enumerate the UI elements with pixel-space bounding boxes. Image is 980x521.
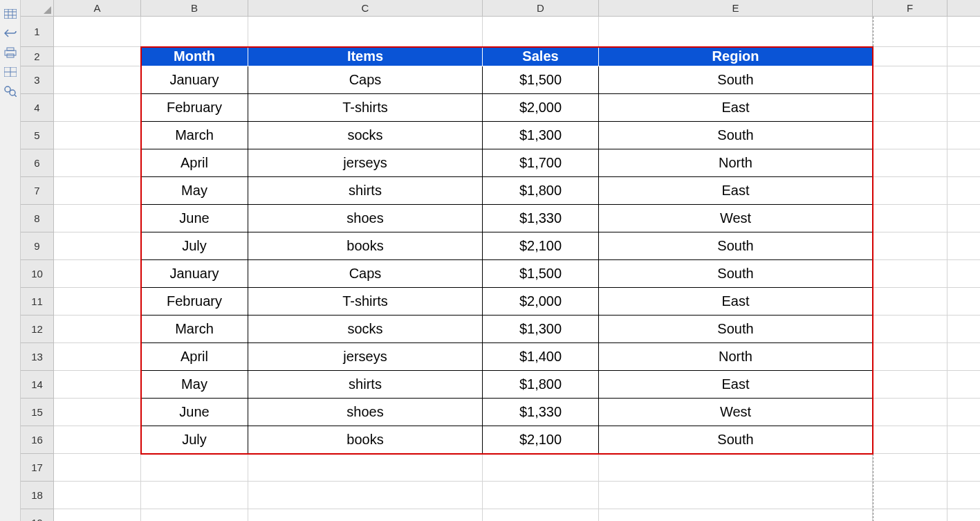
cell-E5[interactable]: South bbox=[599, 122, 873, 149]
cell-D12[interactable]: $1,300 bbox=[483, 316, 599, 343]
col-header-F[interactable]: F bbox=[873, 0, 947, 17]
cell-E4[interactable]: East bbox=[599, 94, 873, 122]
cell-G13[interactable] bbox=[947, 343, 980, 371]
row-header-6[interactable]: 6 bbox=[21, 149, 54, 177]
cell-B4[interactable]: February bbox=[141, 94, 248, 122]
row-header-16[interactable]: 16 bbox=[21, 426, 54, 454]
cell-B17[interactable] bbox=[141, 454, 248, 482]
cell-E7[interactable]: East bbox=[599, 177, 873, 205]
cell-D1[interactable] bbox=[483, 17, 599, 47]
cell-A19[interactable] bbox=[54, 509, 141, 521]
cell-C17[interactable] bbox=[248, 454, 483, 482]
cell-B13[interactable]: April bbox=[141, 343, 248, 371]
cell-E19[interactable] bbox=[599, 509, 873, 521]
cell-B8[interactable]: June bbox=[141, 205, 248, 232]
cell-G15[interactable] bbox=[947, 399, 980, 426]
cell-E10[interactable]: South bbox=[599, 260, 873, 288]
cell-C15[interactable]: shoes bbox=[248, 399, 483, 426]
cell-B10[interactable]: January bbox=[141, 260, 248, 288]
cell-E17[interactable] bbox=[599, 454, 873, 482]
cell-B12[interactable]: March bbox=[141, 316, 248, 343]
cell-F16[interactable] bbox=[873, 426, 947, 454]
cell-B18[interactable] bbox=[141, 482, 248, 509]
cell-C13[interactable]: jerseys bbox=[248, 343, 483, 371]
row-header-4[interactable]: 4 bbox=[21, 94, 54, 122]
row-header-5[interactable]: 5 bbox=[21, 122, 54, 149]
row-header-12[interactable]: 12 bbox=[21, 316, 54, 343]
cell-D6[interactable]: $1,700 bbox=[483, 149, 599, 177]
col-header-D[interactable]: D bbox=[483, 0, 599, 17]
cell-B14[interactable]: May bbox=[141, 371, 248, 399]
cell-A2[interactable] bbox=[54, 47, 141, 66]
cell-G2[interactable] bbox=[947, 47, 980, 66]
row-header-17[interactable]: 17 bbox=[21, 454, 54, 482]
find-icon[interactable] bbox=[4, 86, 17, 97]
cell-F2[interactable] bbox=[873, 47, 947, 66]
cell-B5[interactable]: March bbox=[141, 122, 248, 149]
cell-G4[interactable] bbox=[947, 94, 980, 122]
cell-F18[interactable] bbox=[873, 482, 947, 509]
cell-E6[interactable]: North bbox=[599, 149, 873, 177]
cell-A12[interactable] bbox=[54, 316, 141, 343]
cell-A9[interactable] bbox=[54, 232, 141, 260]
col-header-C[interactable]: C bbox=[248, 0, 483, 17]
cell-A17[interactable] bbox=[54, 454, 141, 482]
row-header-10[interactable]: 10 bbox=[21, 260, 54, 288]
cell-F19[interactable] bbox=[873, 509, 947, 521]
col-header-B[interactable]: B bbox=[141, 0, 248, 17]
row-header-15[interactable]: 15 bbox=[21, 399, 54, 426]
cell-D18[interactable] bbox=[483, 482, 599, 509]
cell-B6[interactable]: April bbox=[141, 149, 248, 177]
sheet-area[interactable]: ABCDEFG 12345678910111213141516171819 Mo… bbox=[21, 0, 980, 521]
cell-C12[interactable]: socks bbox=[248, 316, 483, 343]
row-header-3[interactable]: 3 bbox=[21, 66, 54, 94]
cell-C5[interactable]: socks bbox=[248, 122, 483, 149]
cell-C10[interactable]: Caps bbox=[248, 260, 483, 288]
cell-F1[interactable] bbox=[873, 17, 947, 47]
cell-G19[interactable] bbox=[947, 509, 980, 521]
row-header-14[interactable]: 14 bbox=[21, 371, 54, 399]
cell-B19[interactable] bbox=[141, 509, 248, 521]
cell-A16[interactable] bbox=[54, 426, 141, 454]
cell-C16[interactable]: books bbox=[248, 426, 483, 454]
cell-C3[interactable]: Caps bbox=[248, 66, 483, 94]
cell-G18[interactable] bbox=[947, 482, 980, 509]
cell-F15[interactable] bbox=[873, 399, 947, 426]
cell-A15[interactable] bbox=[54, 399, 141, 426]
col-header-A[interactable]: A bbox=[54, 0, 141, 17]
cell-B15[interactable]: June bbox=[141, 399, 248, 426]
cell-E2[interactable]: Region bbox=[599, 47, 873, 66]
cell-A18[interactable] bbox=[54, 482, 141, 509]
cell-grid[interactable]: MonthItemsSalesRegionJanuaryCaps$1,500So… bbox=[54, 17, 980, 521]
cell-A13[interactable] bbox=[54, 343, 141, 371]
cell-D7[interactable]: $1,800 bbox=[483, 177, 599, 205]
cell-E18[interactable] bbox=[599, 482, 873, 509]
cell-D8[interactable]: $1,330 bbox=[483, 205, 599, 232]
cell-F7[interactable] bbox=[873, 177, 947, 205]
cell-A6[interactable] bbox=[54, 149, 141, 177]
cell-C9[interactable]: books bbox=[248, 232, 483, 260]
cell-E16[interactable]: South bbox=[599, 426, 873, 454]
cell-G8[interactable] bbox=[947, 205, 980, 232]
cell-D13[interactable]: $1,400 bbox=[483, 343, 599, 371]
row-header-1[interactable]: 1 bbox=[21, 17, 54, 47]
cell-G7[interactable] bbox=[947, 177, 980, 205]
cell-D3[interactable]: $1,500 bbox=[483, 66, 599, 94]
cell-A3[interactable] bbox=[54, 66, 141, 94]
cell-G3[interactable] bbox=[947, 66, 980, 94]
cell-E12[interactable]: South bbox=[599, 316, 873, 343]
cell-G10[interactable] bbox=[947, 260, 980, 288]
cell-D17[interactable] bbox=[483, 454, 599, 482]
cell-G12[interactable] bbox=[947, 316, 980, 343]
cell-C18[interactable] bbox=[248, 482, 483, 509]
row-header-18[interactable]: 18 bbox=[21, 482, 54, 509]
cell-F17[interactable] bbox=[873, 454, 947, 482]
cell-E3[interactable]: South bbox=[599, 66, 873, 94]
cell-D19[interactable] bbox=[483, 509, 599, 521]
cell-F5[interactable] bbox=[873, 122, 947, 149]
cell-D16[interactable]: $2,100 bbox=[483, 426, 599, 454]
cell-C2[interactable]: Items bbox=[248, 47, 483, 66]
cell-B16[interactable]: July bbox=[141, 426, 248, 454]
cell-E1[interactable] bbox=[599, 17, 873, 47]
cell-E9[interactable]: South bbox=[599, 232, 873, 260]
